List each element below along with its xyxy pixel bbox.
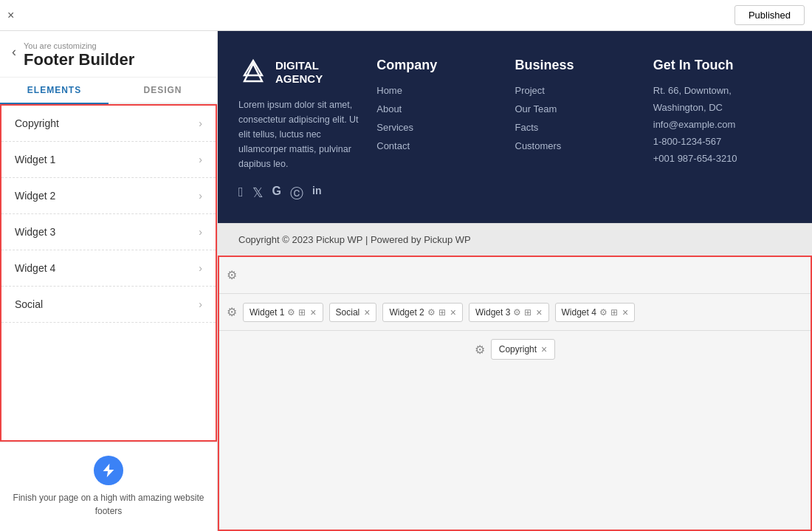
pill-widget1-close[interactable]: × (310, 306, 316, 318)
element-widget1-label: Widget 1 (15, 154, 55, 165)
builder-row-3: ⚙ Copyright × (219, 331, 811, 368)
pill-social: Social × (329, 303, 377, 322)
footer-col-company-title: Company (376, 58, 500, 73)
sidebar-title-block: You are customizing Footer Builder (24, 41, 134, 69)
google-icon[interactable]: G (272, 185, 281, 202)
pill-widget2-gear[interactable]: ⚙ (427, 307, 436, 318)
preview-area: DIGITAL AGENCY Lorem ipsum dolor sit ame… (218, 31, 812, 531)
gear-icon[interactable]: ⚙ (475, 343, 485, 357)
sidebar-title: Footer Builder (24, 50, 134, 69)
pill-widget4-label: Widget 4 (562, 307, 596, 318)
chevron-right-icon: › (199, 226, 202, 238)
footer-col-contact: Get In Touch Rt. 66, Downtown, Washingto… (653, 58, 791, 202)
list-item: Rt. 66, Downtown, (653, 85, 777, 96)
sidebar-tabs: ELEMENTS DESIGN (0, 78, 217, 104)
footer-logo-icon (238, 58, 268, 87)
chevron-right-icon: › (199, 262, 202, 274)
element-social[interactable]: Social › (1, 287, 216, 323)
list-item: info@example.com (653, 119, 777, 130)
footer-logo-area: DIGITAL AGENCY (238, 58, 362, 87)
close-icon[interactable]: × (7, 9, 14, 22)
element-widget1[interactable]: Widget 1 › (1, 142, 216, 178)
pill-widget4-grid[interactable]: ⊞ (610, 307, 618, 318)
list-item: Contact (376, 140, 500, 151)
element-social-label: Social (15, 298, 43, 310)
pill-copyright-label: Copyright (499, 344, 537, 354)
list-item: Project (515, 85, 639, 96)
instagram-icon[interactable]: ⓒ (290, 185, 303, 202)
pill-widget4-close[interactable]: × (622, 306, 628, 318)
list-item: 1-800-1234-567 (653, 136, 777, 147)
pill-widget4: Widget 4 ⚙ ⊞ × (555, 303, 636, 322)
sidebar-footer-text: Finish your page on a high with amazing … (10, 491, 207, 518)
footer-social-icons:  𝕏 G ⓒ in (238, 185, 362, 202)
element-widget4-label: Widget 4 (15, 262, 55, 274)
list-item: About (376, 103, 500, 114)
pill-widget3-gear[interactable]: ⚙ (513, 307, 521, 318)
pill-copyright: Copyright × (491, 339, 556, 360)
list-item: +001 987-654-3210 (653, 153, 777, 164)
element-copyright[interactable]: Copyright › (1, 106, 216, 142)
element-widget4[interactable]: Widget 4 › (1, 250, 216, 287)
builder-bottom: ⚙ ⚙ Widget 1 ⚙ ⊞ × Social × (218, 256, 812, 531)
list-item: Services (376, 122, 500, 133)
element-widget2[interactable]: Widget 2 › (1, 178, 216, 214)
pill-widget2: Widget 2 ⚙ ⊞ × (382, 303, 463, 322)
main-layout: ‹ You are customizing Footer Builder ELE… (0, 31, 812, 531)
pill-widget3-grid[interactable]: ⊞ (524, 307, 531, 318)
list-item: Our Team (515, 103, 639, 114)
pill-widget2-grid[interactable]: ⊞ (438, 307, 446, 318)
sidebar-header: ‹ You are customizing Footer Builder (0, 31, 217, 78)
tab-design[interactable]: DESIGN (109, 78, 217, 103)
sidebar: ‹ You are customizing Footer Builder ELE… (0, 31, 218, 531)
pill-social-close[interactable]: × (364, 306, 370, 318)
pill-widget4-gear[interactable]: ⚙ (599, 307, 608, 318)
footer-columns: DIGITAL AGENCY Lorem ipsum dolor sit ame… (238, 58, 791, 202)
list-item: Facts (515, 122, 639, 133)
pill-widget1-gear[interactable]: ⚙ (287, 307, 295, 318)
gear-icon[interactable]: ⚙ (227, 268, 237, 282)
footer-preview-dark: DIGITAL AGENCY Lorem ipsum dolor sit ame… (218, 31, 812, 223)
footer-col-company-links: Home About Services Contact (376, 85, 500, 151)
tab-elements[interactable]: ELEMENTS (0, 78, 109, 104)
element-widget2-label: Widget 2 (15, 190, 55, 202)
linkedin-icon[interactable]: in (312, 185, 321, 202)
elements-list: Copyright › Widget 1 › Widget 2 › Widget… (0, 104, 217, 442)
list-item: Customers (515, 140, 639, 151)
back-icon[interactable]: ‹ (12, 44, 16, 60)
pill-copyright-close[interactable]: × (541, 343, 547, 355)
footer-description: Lorem ipsum dolor sit amet, consectetur … (238, 97, 362, 171)
element-copyright-label: Copyright (15, 117, 59, 129)
chevron-right-icon: › (199, 117, 202, 129)
twitter-icon[interactable]: 𝕏 (252, 185, 264, 202)
pill-widget2-close[interactable]: × (450, 306, 456, 318)
pill-widget1-label: Widget 1 (250, 307, 284, 318)
chevron-right-icon: › (199, 298, 202, 310)
element-widget3[interactable]: Widget 3 › (1, 214, 216, 250)
footer-col-business: Business Project Our Team Facts Customer… (515, 58, 653, 202)
footer-col-business-title: Business (515, 58, 639, 73)
pill-widget3-close[interactable]: × (536, 306, 542, 318)
footer-col-contact-title: Get In Touch (653, 58, 777, 73)
customizing-label: You are customizing (24, 41, 134, 50)
chevron-right-icon: › (199, 190, 202, 202)
gear-icon[interactable]: ⚙ (227, 305, 237, 319)
top-bar: × Published (0, 0, 812, 31)
facebook-icon[interactable]:  (238, 185, 244, 202)
copyright-text: Copyright © 2023 Pickup WP | Powered by … (238, 234, 471, 245)
footer-col-company: Company Home About Services Contact (376, 58, 515, 202)
list-item: Washington, DC (653, 102, 777, 113)
builder-row-2-content: Widget 1 ⚙ ⊞ × Social × Widget 2 ⚙ ⊞ × (243, 303, 635, 322)
pill-social-label: Social (336, 307, 360, 318)
builder-row-1: ⚙ (219, 257, 811, 294)
list-item: Home (376, 85, 500, 96)
footer-col-contact-links: Rt. 66, Downtown, Washington, DC info@ex… (653, 85, 777, 164)
element-widget3-label: Widget 3 (15, 226, 55, 238)
footer-col-business-links: Project Our Team Facts Customers (515, 85, 639, 151)
builder-row-2: ⚙ Widget 1 ⚙ ⊞ × Social × Widget 2 ⚙ (219, 294, 811, 331)
footer-copyright-bar: Copyright © 2023 Pickup WP | Powered by … (218, 223, 812, 256)
pill-widget3: Widget 3 ⚙ ⊞ × (469, 303, 549, 322)
pill-widget1: Widget 1 ⚙ ⊞ × (243, 303, 323, 322)
published-button[interactable]: Published (734, 5, 805, 25)
pill-widget1-grid[interactable]: ⊞ (298, 307, 306, 318)
